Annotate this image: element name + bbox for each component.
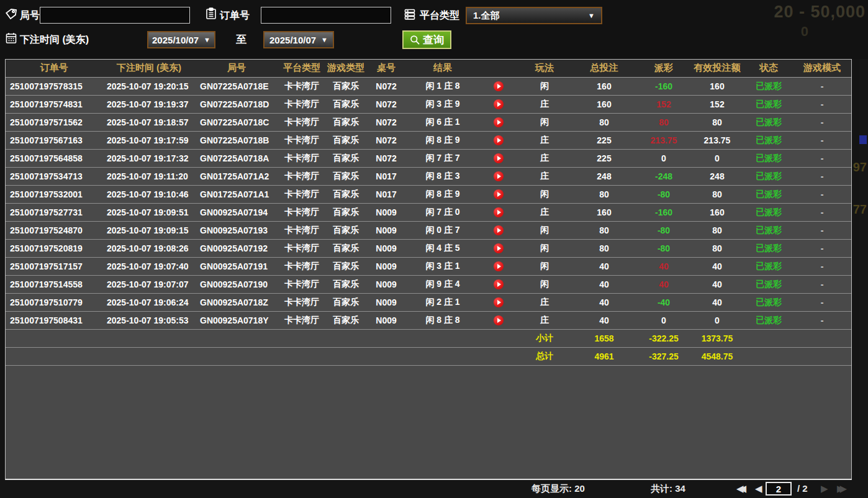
grand-total-cell-mode xyxy=(793,347,851,365)
replay-play-icon[interactable] xyxy=(494,243,504,253)
cell-round: GN01725A071A1 xyxy=(196,185,278,203)
cell-time: 2025-10-07 19:10:46 xyxy=(102,185,196,203)
table-row[interactable]: 2510071975145582025-10-07 19:07:07GN0092… xyxy=(6,275,851,293)
table-row[interactable]: 2510071975748312025-10-07 19:19:37GN0722… xyxy=(6,95,851,113)
bet-time-label: 下注时间 (美东) xyxy=(20,34,89,47)
cell-valid: 40 xyxy=(690,275,744,293)
first-page-button[interactable]: ◀◀ xyxy=(736,482,746,495)
table-row[interactable]: 2510071975277312025-10-07 19:09:51GN0092… xyxy=(6,203,851,221)
chevron-down-icon: ▼ xyxy=(204,36,210,43)
cell-status: 已派彩 xyxy=(744,257,793,275)
table-row[interactable]: 2510071975084312025-10-07 19:05:53GN0092… xyxy=(6,311,851,329)
clipboard-icon xyxy=(205,7,217,20)
replay-play-icon[interactable] xyxy=(494,189,504,199)
cell-payout: -248 xyxy=(638,167,690,185)
background-bleed-strip: 97 77 xyxy=(859,0,868,498)
table-row[interactable]: 2510071975171572025-10-07 19:07:40GN0092… xyxy=(6,257,851,275)
cell-table_no: N009 xyxy=(366,257,407,275)
table-row[interactable]: 2510071975320012025-10-07 19:10:46GN0172… xyxy=(6,185,851,203)
cell-mode: - xyxy=(793,131,851,149)
round-id-input[interactable] xyxy=(40,7,190,24)
cell-method: 庄 xyxy=(518,311,571,329)
cell-round: GN01725A071A2 xyxy=(196,167,278,185)
page-number-input[interactable] xyxy=(766,482,792,496)
cell-result: 闲 4 庄 5 xyxy=(407,239,479,257)
table-row[interactable]: 2510071975208192025-10-07 19:08:26GN0092… xyxy=(6,239,851,257)
footer-bar: 每页显示: 20 共计: 34 ◀◀ ◀ / 2 ▶ ▶▶ xyxy=(0,480,868,498)
last-page-button[interactable]: ▶▶ xyxy=(837,482,847,495)
grand-total-cell-method: 总计 xyxy=(518,347,571,365)
cell-time: 2025-10-07 19:08:26 xyxy=(102,239,196,257)
cell-valid: 160 xyxy=(690,77,744,95)
replay-play-icon[interactable] xyxy=(494,153,504,163)
subtotal-row: 小计1658-322.251373.75 xyxy=(6,329,851,347)
table-row[interactable]: 2510071975648582025-10-07 19:17:32GN0722… xyxy=(6,149,851,167)
cell-table_no: N009 xyxy=(366,239,407,257)
cell-order: 251007197578315 xyxy=(6,77,102,95)
cell-mode: - xyxy=(793,275,851,293)
table-row[interactable]: 2510071975671632025-10-07 19:17:59GN0722… xyxy=(6,131,851,149)
cell-payout: -80 xyxy=(638,239,690,257)
replay-play-icon[interactable] xyxy=(494,261,504,271)
order-id-input[interactable] xyxy=(261,7,391,24)
cell-game: 百家乐 xyxy=(326,293,366,311)
cell-time: 2025-10-07 19:05:53 xyxy=(102,311,196,329)
cell-valid: 152 xyxy=(690,95,744,113)
cell-valid: 80 xyxy=(690,185,744,203)
replay-play-icon[interactable] xyxy=(494,81,504,91)
replay-play-icon[interactable] xyxy=(494,297,504,307)
replay-play-icon[interactable] xyxy=(494,207,504,217)
cell-table_no: N072 xyxy=(366,77,407,95)
cell-platform: 卡卡湾厅 xyxy=(278,149,326,167)
platform-type-label: 平台类型 xyxy=(420,9,459,22)
round-id-label: 局号 xyxy=(20,9,40,22)
replay-play-icon[interactable] xyxy=(494,171,504,181)
date-to-select[interactable]: 2025/10/07 ▼ xyxy=(263,31,334,48)
table-row[interactable]: 2510071975715622025-10-07 19:18:57GN0722… xyxy=(6,113,851,131)
table-row[interactable]: 2510071975783152025-10-07 19:20:15GN0722… xyxy=(6,77,851,95)
replay-play-icon[interactable] xyxy=(494,279,504,289)
order-id-label: 订单号 xyxy=(220,9,250,22)
ghost-zero-text: 0 xyxy=(801,24,808,40)
cell-table_no: N072 xyxy=(366,95,407,113)
cell-valid: 40 xyxy=(690,257,744,275)
replay-play-icon[interactable] xyxy=(494,99,504,109)
cell-result: 闲 7 庄 7 xyxy=(407,149,479,167)
cell-valid: 0 xyxy=(690,149,744,167)
cell-payout: -40 xyxy=(638,293,690,311)
cell-payout: 152 xyxy=(638,95,690,113)
tag-icon xyxy=(5,8,17,20)
platform-type-select[interactable]: 1.全部 ▼ xyxy=(466,7,602,24)
cell-payout: 213.75 xyxy=(638,131,690,149)
table-row[interactable]: 2510071975107792025-10-07 19:06:24GN0092… xyxy=(6,293,851,311)
column-header-round: 局号 xyxy=(196,60,278,77)
replay-play-icon[interactable] xyxy=(494,135,504,145)
cell-status: 已派彩 xyxy=(744,311,793,329)
cell-mode: - xyxy=(793,95,851,113)
cell-game: 百家乐 xyxy=(326,95,366,113)
replay-play-icon[interactable] xyxy=(494,225,504,235)
magnifier-icon xyxy=(410,35,420,45)
cell-bet: 80 xyxy=(571,221,638,239)
replay-play-icon[interactable] xyxy=(494,315,504,325)
table-row[interactable]: 2510071975347132025-10-07 19:11:20GN0172… xyxy=(6,167,851,185)
cell-round: GN07225A0718E xyxy=(196,77,278,95)
search-button[interactable]: 查询 xyxy=(402,30,451,49)
cell-status: 已派彩 xyxy=(744,293,793,311)
cell-table_no: N017 xyxy=(366,167,407,185)
date-from-select[interactable]: 2025/10/07 ▼ xyxy=(147,31,215,48)
replay-play-icon[interactable] xyxy=(494,117,504,127)
cell-mode: - xyxy=(793,311,851,329)
grand-total-cell-game xyxy=(326,347,366,365)
cell-bet: 160 xyxy=(571,95,638,113)
cell-result: 闲 8 庄 9 xyxy=(407,185,479,203)
cell-game: 百家乐 xyxy=(326,275,366,293)
cell-mode: - xyxy=(793,113,851,131)
next-page-button[interactable]: ▶ xyxy=(821,482,828,495)
prev-page-button[interactable]: ◀ xyxy=(755,482,762,495)
table-row[interactable]: 2510071975248702025-10-07 19:09:15GN0092… xyxy=(6,221,851,239)
grand-total-cell-valid: 4548.75 xyxy=(690,347,744,365)
cell-result: 闲 8 庄 9 xyxy=(407,131,479,149)
cell-play xyxy=(479,203,518,221)
column-header-platform: 平台类型 xyxy=(278,60,326,77)
